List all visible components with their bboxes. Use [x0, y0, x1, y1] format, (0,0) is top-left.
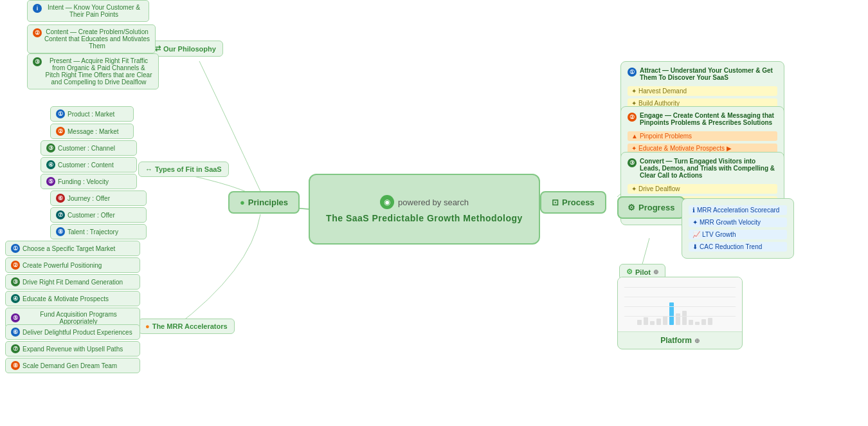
- progress-tag-4: ⬇ CAC Reduction Trend: [689, 242, 787, 252]
- mrr-dot-7: ⑦: [11, 344, 20, 353]
- logo-text: powered by search: [398, 198, 469, 207]
- convert-tag-1: ✦ Drive Dealflow: [628, 184, 777, 194]
- principles-box[interactable]: ● Principles: [228, 191, 300, 214]
- phil-num-2: ②: [33, 28, 42, 37]
- mrr-item-1: ① Choose a Specific Target Market: [5, 241, 140, 256]
- mrr-dot-5: ⑤: [11, 313, 20, 322]
- progress-panel: ℹ MRR Acceleration Scorecard ✦ MRR Growt…: [682, 198, 794, 259]
- pilot-icon: ⚙: [626, 268, 633, 276]
- phil-text-2: Content — Create Problem/Solution Conten…: [44, 28, 150, 50]
- progress-tag-1: ℹ MRR Acceleration Scorecard: [689, 205, 787, 215]
- platform-preview: [618, 277, 742, 332]
- attract-tag-1: ✦ Harvest Demand: [628, 86, 777, 96]
- fit-item-7: ⑦ Customer : Offer: [50, 207, 147, 223]
- platform-label: Platform: [660, 336, 692, 345]
- mrr-dot-4: ④: [11, 294, 20, 303]
- mrr-icon: ●: [145, 322, 150, 330]
- attract-num: ①: [628, 68, 637, 77]
- mrr-dot-6: ⑥: [11, 328, 20, 337]
- mrr-dot-2: ②: [11, 261, 20, 270]
- fit-dot-4: ④: [46, 160, 55, 169]
- pilot-label: Pilot: [635, 268, 651, 276]
- fit-text-7: Customer : Offer: [68, 212, 115, 219]
- fit-text-2: Message : Market: [68, 128, 118, 135]
- mrr-text-8: Scale Demand Gen Dream Team: [23, 362, 117, 369]
- process-icon: ⊡: [552, 198, 559, 207]
- progress-tag-3: 📈 LTV Growth: [689, 230, 787, 239]
- mrr-text-7: Expand Revenue with Upsell Paths: [23, 346, 123, 353]
- fit-item-8: ⑧ Talent : Trajectory: [50, 224, 147, 239]
- fit-dot-2: ②: [56, 127, 65, 136]
- fit-text-6: Journey : Offer: [68, 195, 110, 202]
- convert-title: Convert — Turn Engaged Visitors into Lea…: [640, 158, 777, 179]
- mrr-item-3: ③ Drive Right Fit Demand Generation: [5, 274, 140, 290]
- center-node: ◉ powered by search The SaaS Predictable…: [309, 174, 540, 245]
- fit-dot-8: ⑧: [56, 227, 65, 236]
- process-box[interactable]: ⊡ Process: [540, 191, 606, 214]
- mrr-text-5: Fund Acquisition Programs Appropriately: [23, 311, 134, 325]
- phil-item-1: i Intent — Know Your Customer & Their Pa…: [27, 0, 149, 22]
- fit-item-6: ⑥ Journey : Offer: [50, 190, 147, 206]
- engage-tag-1: ▲ Pinpoint Problems: [628, 131, 777, 141]
- philosophy-icon: ⇄: [155, 44, 161, 53]
- mrr-text-6: Deliver Delightful Product Experiences: [23, 329, 132, 336]
- fit-text-5: Funding : Velocity: [58, 178, 109, 185]
- process-label: Process: [562, 198, 595, 207]
- pilot-expand-icon[interactable]: ⊕: [653, 268, 658, 275]
- philosophy-box[interactable]: ⇄ Our Philosophy: [148, 41, 223, 57]
- fit-dot-7: ⑦: [56, 210, 65, 219]
- progress-label: Progress: [638, 203, 674, 212]
- logo: ◉ powered by search: [380, 195, 469, 209]
- mrr-text-1: Choose a Specific Target Market: [23, 245, 115, 252]
- fit-label: Types of Fit in SaaS: [155, 165, 222, 173]
- fit-dot-5: ⑤: [46, 177, 55, 186]
- fit-dot-6: ⑥: [56, 194, 65, 203]
- mrr-item-4: ④ Educate & Motivate Prospects: [5, 291, 140, 306]
- phil-item-3: ③ Present — Acquire Right Fit Traffic fr…: [27, 53, 159, 89]
- mrr-item-8: ⑧ Scale Demand Gen Dream Team: [5, 358, 140, 373]
- phil-text-1: Intent — Know Your Customer & Their Pain…: [44, 4, 143, 18]
- mrr-box[interactable]: ● The MRR Accelerators: [138, 319, 235, 334]
- mind-map: ◉ powered by search The SaaS Predictable…: [0, 0, 868, 426]
- mrr-text-4: Educate & Motivate Prospects: [23, 295, 109, 302]
- progress-box[interactable]: ⚙ Progress: [617, 196, 685, 219]
- mrr-dot-3: ③: [11, 277, 20, 286]
- engage-num: ②: [628, 113, 637, 122]
- fit-dot-1: ①: [56, 109, 65, 118]
- platform-title: Platform ⊕: [618, 332, 742, 349]
- progress-tag-2: ✦ MRR Growth Velocity: [689, 218, 787, 227]
- mrr-dot-1: ①: [11, 244, 20, 253]
- principles-label: Principles: [248, 198, 288, 207]
- mrr-item-2: ② Create Powerful Positioning: [5, 257, 140, 273]
- attract-title: Attract — Understand Your Customer & Get…: [640, 67, 777, 81]
- fit-icon: ↔: [145, 165, 152, 173]
- phil-num-3: ③: [33, 57, 42, 66]
- fit-text-4: Customer : Content: [58, 162, 114, 169]
- fit-text-3: Customer : Channel: [58, 145, 115, 152]
- main-title: The SaaS Predictable Growth Methodology: [326, 213, 523, 223]
- fit-box[interactable]: ↔ Types of Fit in SaaS: [138, 162, 229, 177]
- logo-icon: ◉: [380, 195, 394, 209]
- convert-num: ③: [628, 158, 637, 167]
- engage-title: Engage — Create Content & Messaging that…: [640, 112, 777, 126]
- platform-expand-icon[interactable]: ⊕: [694, 337, 700, 344]
- fit-text-8: Talent : Trajectory: [68, 228, 118, 236]
- mrr-text-3: Drive Right Fit Demand Generation: [23, 279, 123, 286]
- fit-item-3: ③ Customer : Channel: [41, 140, 137, 156]
- fit-item-1: ① Product : Market: [50, 106, 134, 122]
- progress-icon: ⚙: [628, 203, 635, 212]
- phil-text-3: Present — Acquire Right Fit Traffic from…: [44, 57, 153, 86]
- phil-num-1: i: [33, 4, 42, 13]
- mrr-dot-8: ⑧: [11, 361, 20, 370]
- platform-box: Platform ⊕: [617, 277, 743, 349]
- fit-item-5: ⑤ Funding : Velocity: [41, 174, 137, 189]
- mrr-item-7: ⑦ Expand Revenue with Upsell Paths: [5, 341, 140, 357]
- principles-dot: ●: [240, 198, 245, 207]
- fit-item-2: ② Message : Market: [50, 124, 134, 139]
- mrr-label: The MRR Accelerators: [152, 322, 228, 330]
- fit-dot-3: ③: [46, 144, 55, 153]
- mrr-text-2: Create Powerful Positioning: [23, 262, 102, 269]
- mrr-item-6: ⑥ Deliver Delightful Product Experiences: [5, 324, 140, 340]
- phil-item-2: ② Content — Create Problem/Solution Cont…: [27, 24, 156, 53]
- fit-item-4: ④ Customer : Content: [41, 157, 137, 172]
